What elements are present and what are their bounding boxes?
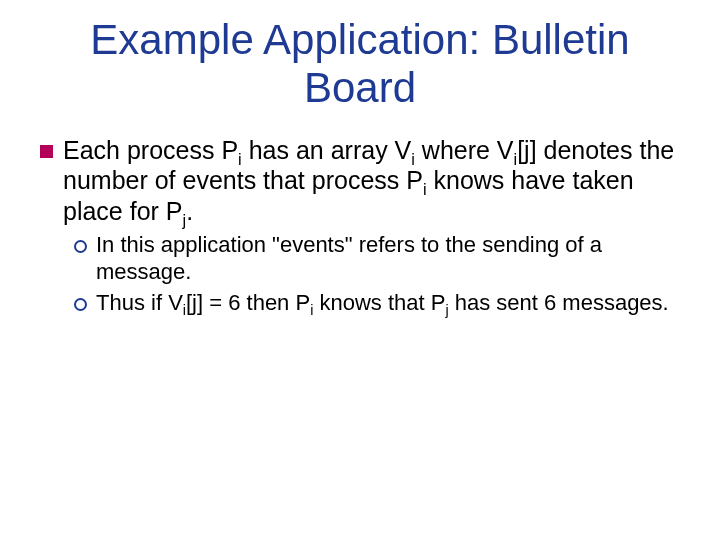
text-fragment: knows that P — [313, 290, 445, 315]
text-fragment: [j] = 6 then P — [186, 290, 310, 315]
bullet-text: In this application "events" refers to t… — [96, 232, 680, 286]
text-fragment: where V — [415, 136, 514, 164]
text-fragment: Thus if V — [96, 290, 183, 315]
circle-bullet-icon — [74, 298, 87, 311]
slide-body: Each process Pi has an array Vi where Vi… — [40, 135, 680, 317]
text-fragment: . — [186, 197, 193, 225]
bullet-level2: Thus if Vi[j] = 6 then Pi knows that Pj … — [74, 290, 680, 317]
bullet-level1: Each process Pi has an array Vi where Vi… — [40, 135, 680, 227]
circle-bullet-icon — [74, 240, 87, 253]
square-bullet-icon — [40, 145, 53, 158]
bullet-level2: In this application "events" refers to t… — [74, 232, 680, 286]
text-fragment: has an array V — [242, 136, 412, 164]
text-fragment: Each process P — [63, 136, 238, 164]
text-fragment: has sent 6 messages. — [449, 290, 669, 315]
bullet-text: Thus if Vi[j] = 6 then Pi knows that Pj … — [96, 290, 680, 317]
slide-title: Example Application: Bulletin Board — [40, 16, 680, 113]
slide: Example Application: Bulletin Board Each… — [0, 0, 720, 540]
bullet-text: Each process Pi has an array Vi where Vi… — [63, 135, 680, 227]
